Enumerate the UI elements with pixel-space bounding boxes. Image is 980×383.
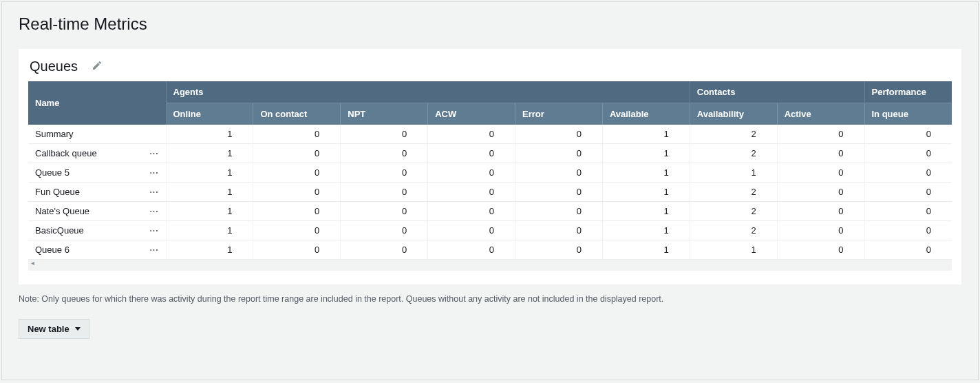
cell-on-contact: 0 xyxy=(253,163,341,183)
cell-npt: 0 xyxy=(341,144,428,163)
cell-available: 1 xyxy=(602,240,690,260)
panel-title: Queues xyxy=(30,59,78,74)
table-row: Fun Queue···100001200 xyxy=(28,183,952,202)
cell-online: 1 xyxy=(166,125,253,144)
table-row: Nate's Queue···100001200 xyxy=(28,202,952,221)
group-header-row: Name Agents Contacts Performance xyxy=(28,81,952,103)
cell-online: 1 xyxy=(166,144,253,163)
col-name[interactable]: Name xyxy=(28,81,166,125)
cell-name: Queue 5··· xyxy=(28,163,166,183)
cell-online: 1 xyxy=(166,202,253,221)
cell-acw: 0 xyxy=(428,183,515,202)
cell-in-queue: 0 xyxy=(864,202,952,221)
group-contacts[interactable]: Contacts xyxy=(690,81,864,103)
cell-availability: 2 xyxy=(690,221,777,240)
row-menu-icon[interactable]: ··· xyxy=(149,168,158,178)
cell-on-contact: 0 xyxy=(253,221,341,240)
col-error[interactable]: Error xyxy=(515,103,603,125)
cell-active: 0 xyxy=(777,221,864,240)
cell-availability: 2 xyxy=(690,125,777,144)
cell-acw: 0 xyxy=(428,125,515,144)
cell-active: 0 xyxy=(777,144,864,163)
table-body: Summary100001200Callback queue···1000012… xyxy=(28,125,952,260)
cell-acw: 0 xyxy=(428,202,515,221)
cell-available: 1 xyxy=(602,163,690,183)
row-menu-icon[interactable]: ··· xyxy=(149,149,158,158)
cell-in-queue: 0 xyxy=(864,125,952,144)
cell-acw: 0 xyxy=(428,240,515,260)
table-row: Queue 6···100001100 xyxy=(28,240,952,260)
page-container: Real-time Metrics Queues Name Agents Con… xyxy=(1,1,979,380)
table-row: Queue 5···100001100 xyxy=(28,163,952,183)
cell-online: 1 xyxy=(166,163,253,183)
cell-acw: 0 xyxy=(428,144,515,163)
queue-name: BasicQueue xyxy=(35,225,84,236)
cell-name: Summary xyxy=(28,125,166,144)
cell-on-contact: 0 xyxy=(253,183,341,202)
queue-name: Queue 6 xyxy=(35,245,70,255)
new-table-button[interactable]: New table xyxy=(19,319,89,339)
column-header-row: Online On contact NPT ACW Error Availabl… xyxy=(28,103,952,125)
footer-note: Note: Only queues for which there was ac… xyxy=(19,294,961,304)
cell-in-queue: 0 xyxy=(864,144,952,163)
row-menu-icon[interactable]: ··· xyxy=(149,207,158,216)
metrics-table: Name Agents Contacts Performance Online … xyxy=(28,81,952,260)
cell-npt: 0 xyxy=(341,240,428,260)
cell-active: 0 xyxy=(777,240,864,260)
panel-header: Queues xyxy=(28,59,952,74)
row-menu-icon[interactable]: ··· xyxy=(149,226,158,236)
queues-panel: Queues Name Agents Contacts Performance xyxy=(19,49,961,284)
cell-error: 0 xyxy=(515,144,603,163)
group-agents[interactable]: Agents xyxy=(166,81,690,103)
row-menu-icon[interactable]: ··· xyxy=(149,187,158,197)
col-on-contact[interactable]: On contact xyxy=(253,103,341,125)
cell-online: 1 xyxy=(166,240,253,260)
cell-error: 0 xyxy=(515,240,603,260)
table-row: BasicQueue···100001200 xyxy=(28,221,952,240)
queue-name: Callback queue xyxy=(35,148,97,158)
col-npt[interactable]: NPT xyxy=(341,103,428,125)
queue-name: Queue 5 xyxy=(35,167,70,178)
page-title: Real-time Metrics xyxy=(19,14,961,34)
cell-error: 0 xyxy=(515,183,603,202)
cell-in-queue: 0 xyxy=(864,163,952,183)
col-availability[interactable]: Availability xyxy=(690,103,777,125)
cell-name: Nate's Queue··· xyxy=(28,202,166,221)
cell-npt: 0 xyxy=(341,125,428,144)
horizontal-scroll-hint[interactable] xyxy=(28,260,952,271)
queue-name: Summary xyxy=(35,129,74,139)
cell-availability: 2 xyxy=(690,144,777,163)
col-acw[interactable]: ACW xyxy=(428,103,515,125)
edit-icon[interactable] xyxy=(92,60,103,73)
cell-on-contact: 0 xyxy=(253,240,341,260)
cell-active: 0 xyxy=(777,163,864,183)
cell-name: Callback queue··· xyxy=(28,144,166,163)
cell-name: Queue 6··· xyxy=(28,240,166,260)
cell-active: 0 xyxy=(777,202,864,221)
cell-availability: 1 xyxy=(690,163,777,183)
col-in-queue[interactable]: In queue xyxy=(864,103,952,125)
new-table-label: New table xyxy=(28,324,70,334)
col-active[interactable]: Active xyxy=(777,103,864,125)
caret-down-icon xyxy=(75,327,81,331)
cell-error: 0 xyxy=(515,163,603,183)
cell-available: 1 xyxy=(602,144,690,163)
cell-active: 0 xyxy=(777,183,864,202)
cell-error: 0 xyxy=(515,202,603,221)
cell-online: 1 xyxy=(166,221,253,240)
queue-name: Fun Queue xyxy=(35,187,80,197)
col-available[interactable]: Available xyxy=(602,103,690,125)
col-online[interactable]: Online xyxy=(166,103,253,125)
cell-available: 1 xyxy=(602,183,690,202)
cell-on-contact: 0 xyxy=(253,202,341,221)
cell-name: Fun Queue··· xyxy=(28,183,166,202)
cell-acw: 0 xyxy=(428,163,515,183)
row-menu-icon[interactable]: ··· xyxy=(149,245,158,255)
group-performance[interactable]: Performance xyxy=(864,81,952,103)
cell-in-queue: 0 xyxy=(864,183,952,202)
cell-npt: 0 xyxy=(341,183,428,202)
cell-in-queue: 0 xyxy=(864,240,952,260)
cell-in-queue: 0 xyxy=(864,221,952,240)
cell-error: 0 xyxy=(515,221,603,240)
cell-available: 1 xyxy=(602,125,690,144)
